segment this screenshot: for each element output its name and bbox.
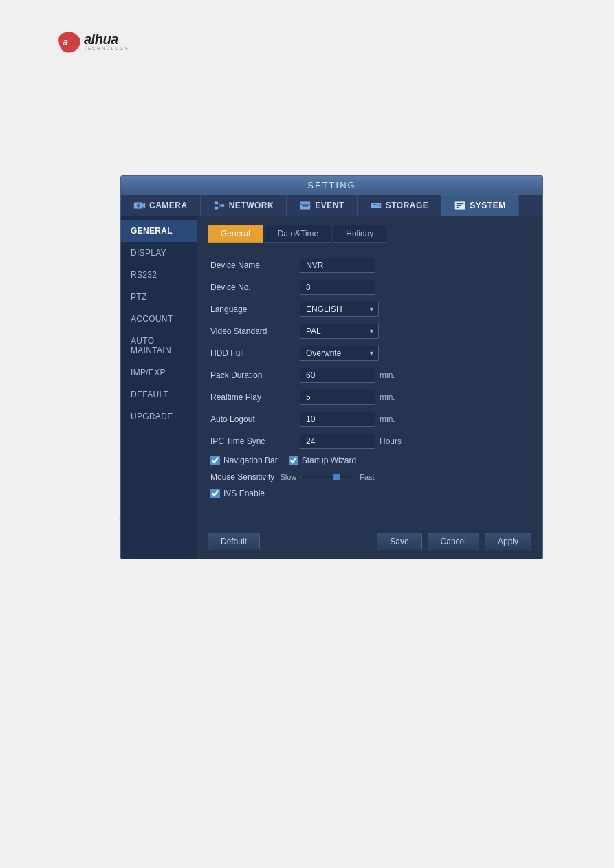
device-no-input[interactable] bbox=[300, 280, 375, 295]
pack-duration-input[interactable] bbox=[300, 368, 375, 383]
realtime-play-row: Realtime Play min. bbox=[210, 390, 529, 405]
save-button[interactable]: Save bbox=[377, 533, 421, 550]
mouse-sensitivity-row: Mouse Sensitivity Slow Fast bbox=[210, 472, 529, 482]
system-icon bbox=[454, 200, 466, 211]
svg-rect-16 bbox=[457, 203, 464, 204]
svg-rect-6 bbox=[221, 204, 224, 207]
pack-duration-unit: min. bbox=[380, 370, 395, 380]
device-name-row: Device Name bbox=[210, 258, 529, 273]
bottom-buttons: Default Save Cancel Apply bbox=[208, 524, 531, 550]
brand-name: alhua bbox=[84, 32, 129, 46]
device-no-row: Device No. bbox=[210, 280, 529, 295]
startup-wizard-checkbox[interactable] bbox=[289, 456, 298, 465]
auto-logout-input[interactable] bbox=[300, 412, 375, 427]
video-standard-label: Video Standard bbox=[210, 326, 300, 336]
logo-name: alhua TECHNOLOGY bbox=[84, 32, 129, 52]
navigation-bar-item: Navigation Bar bbox=[210, 456, 278, 465]
sidebar-item-display[interactable]: DISPLAY bbox=[121, 242, 197, 264]
hdd-full-select[interactable]: Overwrite Stop Recording bbox=[300, 346, 379, 361]
tab-system[interactable]: SYSTEM bbox=[441, 195, 518, 216]
sidebar-item-account[interactable]: ACCOUNT bbox=[121, 308, 197, 330]
checkbox-row-1: Navigation Bar Startup Wizard bbox=[210, 456, 529, 465]
setting-panel: SETTING CAMERA NETWORK bbox=[120, 175, 543, 559]
subtab-holiday[interactable]: Holiday bbox=[333, 225, 386, 243]
device-name-label: Device Name bbox=[210, 260, 300, 270]
sidebar-item-rs232[interactable]: RS232 bbox=[121, 264, 197, 286]
ipc-time-sync-unit: Hours bbox=[380, 436, 402, 446]
navigation-bar-label: Navigation Bar bbox=[223, 456, 278, 465]
ipc-time-sync-row: IPC Time Sync Hours bbox=[210, 434, 529, 449]
panel-body: GENERAL DISPLAY RS232 PTZ ACCOUNT AUTO M… bbox=[121, 216, 542, 559]
event-icon bbox=[299, 200, 311, 211]
hdd-full-label: HDD Full bbox=[210, 348, 300, 358]
svg-marker-2 bbox=[143, 203, 146, 208]
subtab-datetime[interactable]: Date&Time bbox=[265, 225, 332, 243]
top-nav: CAMERA NETWORK EVENT bbox=[121, 195, 542, 216]
tab-camera[interactable]: CAMERA bbox=[121, 195, 201, 216]
sub-tabs: General Date&Time Holiday bbox=[208, 225, 531, 243]
sidebar-item-imp-exp[interactable]: IMP/EXP bbox=[121, 361, 197, 383]
mouse-fast-label: Fast bbox=[360, 473, 374, 481]
brand-sub: TECHNOLOGY bbox=[84, 47, 129, 52]
svg-point-13 bbox=[378, 205, 380, 207]
tab-event-label: EVENT bbox=[315, 201, 344, 210]
video-standard-select[interactable]: PAL NTSC bbox=[300, 324, 379, 339]
setting-titlebar: SETTING bbox=[121, 176, 542, 195]
ivs-enable-checkbox[interactable] bbox=[210, 489, 220, 498]
language-row: Language ENGLISH CHINESE FRENCH GERMAN bbox=[210, 302, 529, 317]
tab-event[interactable]: EVENT bbox=[287, 195, 358, 216]
mouse-sensitivity-label: Mouse Sensitivity bbox=[210, 472, 274, 482]
hdd-full-row: HDD Full Overwrite Stop Recording bbox=[210, 346, 529, 361]
network-icon bbox=[213, 200, 226, 211]
tab-network[interactable]: NETWORK bbox=[201, 195, 287, 216]
ipc-time-sync-label: IPC Time Sync bbox=[210, 436, 300, 446]
pack-duration-label: Pack Duration bbox=[210, 370, 300, 380]
navigation-bar-checkbox[interactable] bbox=[210, 456, 220, 465]
sidebar: GENERAL DISPLAY RS232 PTZ ACCOUNT AUTO M… bbox=[121, 216, 197, 559]
svg-rect-17 bbox=[457, 205, 461, 206]
language-select[interactable]: ENGLISH CHINESE FRENCH GERMAN bbox=[300, 302, 379, 317]
ivs-enable-item: IVS Enable bbox=[210, 489, 265, 498]
auto-logout-row: Auto Logout min. bbox=[210, 412, 529, 427]
svg-rect-5 bbox=[214, 207, 217, 210]
svg-line-7 bbox=[218, 203, 221, 205]
action-buttons: Save Cancel Apply bbox=[377, 533, 531, 550]
realtime-play-input[interactable] bbox=[300, 390, 375, 405]
storage-icon bbox=[370, 200, 382, 211]
dahua-logo: a alhua TECHNOLOGY bbox=[55, 29, 129, 55]
ivs-enable-label: IVS Enable bbox=[223, 489, 265, 498]
ipc-time-sync-input[interactable] bbox=[300, 434, 375, 449]
camera-icon bbox=[133, 200, 146, 211]
device-no-label: Device No. bbox=[210, 282, 300, 292]
tab-network-label: NETWORK bbox=[229, 201, 274, 210]
mouse-sensitivity-track[interactable] bbox=[300, 476, 355, 478]
realtime-play-label: Realtime Play bbox=[210, 392, 300, 402]
sidebar-item-default[interactable]: DEFAULT bbox=[121, 383, 197, 405]
hdd-full-select-wrapper: Overwrite Stop Recording bbox=[300, 346, 379, 361]
svg-rect-11 bbox=[303, 205, 309, 207]
pack-duration-row: Pack Duration min. bbox=[210, 368, 529, 383]
tab-storage[interactable]: STORAGE bbox=[358, 195, 442, 216]
mouse-sensitivity-thumb bbox=[333, 474, 340, 480]
logo-icon: a bbox=[55, 29, 83, 55]
sidebar-item-general[interactable]: GENERAL bbox=[121, 220, 197, 242]
language-label: Language bbox=[210, 304, 300, 314]
sidebar-item-auto-maintain[interactable]: AUTO MAINTAIN bbox=[121, 330, 197, 361]
video-standard-row: Video Standard PAL NTSC bbox=[210, 324, 529, 339]
content-area: General Date&Time Holiday Device Name bbox=[197, 216, 542, 559]
svg-rect-18 bbox=[457, 207, 460, 208]
tab-camera-label: CAMERA bbox=[149, 201, 188, 210]
form-section: Device Name Device No. Language ENGLISH … bbox=[208, 252, 531, 511]
tab-system-label: SYSTEM bbox=[470, 201, 505, 210]
sidebar-item-upgrade[interactable]: UPGRADE bbox=[121, 405, 197, 427]
subtab-general[interactable]: General bbox=[208, 225, 263, 243]
svg-rect-14 bbox=[372, 204, 377, 205]
cancel-button[interactable]: Cancel bbox=[428, 533, 479, 550]
sidebar-item-ptz[interactable]: PTZ bbox=[121, 286, 197, 308]
setting-title: SETTING bbox=[307, 180, 355, 190]
default-button[interactable]: Default bbox=[208, 533, 260, 550]
startup-wizard-item: Startup Wizard bbox=[289, 456, 356, 465]
apply-button[interactable]: Apply bbox=[485, 533, 531, 550]
checkbox-row-2: IVS Enable bbox=[210, 489, 529, 498]
device-name-input[interactable] bbox=[300, 258, 375, 273]
